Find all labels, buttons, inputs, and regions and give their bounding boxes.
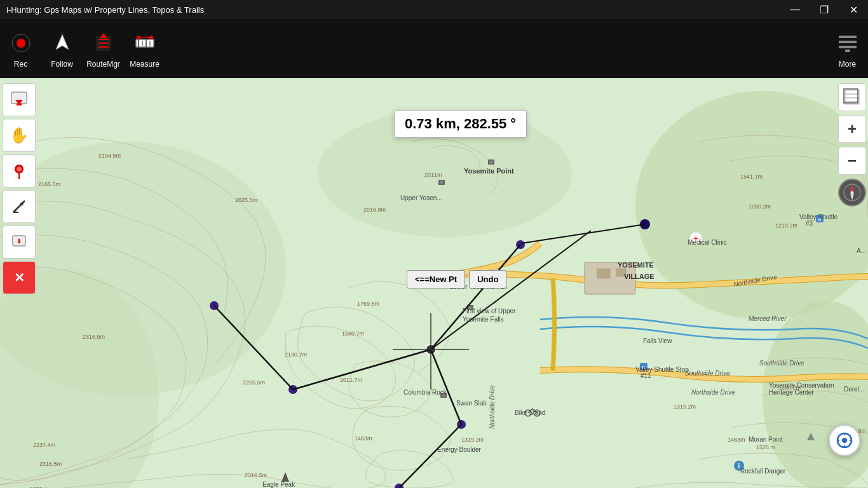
toolbar: Rec Follow RouteMgr (0, 19, 868, 78)
svg-rect-18 (839, 41, 857, 43)
svg-line-59 (431, 349, 461, 424)
measure-popup: 0.73 km, 282.55 ° (394, 110, 527, 138)
svg-text:Moran Point: Moran Point (749, 436, 783, 443)
rec-button[interactable]: Rec (0, 19, 41, 78)
svg-text:Columbia Rock: Columbia Rock (403, 389, 447, 396)
svg-rect-17 (839, 36, 857, 38)
titlebar-controls: — ❐ ✕ (780, 0, 868, 19)
svg-text:Yosemite Point: Yosemite Point (464, 167, 514, 175)
titlebar: i-Hunting: Gps Maps w/ Property Lines, T… (0, 0, 868, 19)
svg-text:2011.7m: 2011.7m (340, 377, 362, 383)
follow-label: Follow (51, 60, 73, 69)
svg-point-34 (440, 181, 444, 184)
svg-text:Yosemite Conservation: Yosemite Conservation (769, 382, 834, 389)
svg-point-152 (842, 438, 847, 443)
svg-text:Merced River: Merced River (749, 315, 787, 322)
svg-text:2237.4m: 2237.4m (33, 442, 55, 448)
follow-button[interactable]: Follow (41, 19, 83, 78)
svg-line-60 (399, 424, 461, 488)
routemgr-icon (90, 29, 118, 57)
svg-text:1319.2m: 1319.2m (674, 403, 696, 410)
svg-line-58 (293, 349, 431, 390)
svg-text:2625.5m: 2625.5m (235, 197, 257, 203)
zoom-out-button[interactable]: − (838, 147, 866, 175)
close-tool-button[interactable]: ✕ (3, 261, 36, 294)
svg-point-134 (17, 166, 22, 172)
routemgr-label: RouteMgr (86, 60, 120, 69)
svg-line-61 (431, 245, 520, 349)
svg-text:Medical Clinic: Medical Clinic (688, 239, 727, 246)
routemgr-button[interactable]: RouteMgr (83, 19, 124, 78)
svg-text:1525 m: 1525 m (756, 444, 775, 451)
left-tools: ✋ ⬇ ✕ (0, 78, 41, 299)
svg-rect-132 (17, 104, 22, 105)
location-button[interactable] (829, 424, 860, 456)
svg-text:Yosemite Falls: Yosemite Falls (463, 316, 504, 323)
svg-text:1560.7m: 1560.7m (342, 330, 364, 337)
svg-text:VILLAGE: VILLAGE (624, 273, 654, 280)
svg-text:2255.5m: 2255.5m (243, 379, 265, 386)
svg-text:#3: #3 (806, 220, 813, 227)
svg-rect-27 (597, 269, 610, 278)
svg-text:2130.7m: 2130.7m (285, 351, 307, 358)
svg-text:2016.8m: 2016.8m (363, 207, 386, 213)
svg-text:1769.8m: 1769.8m (357, 301, 379, 307)
svg-text:YOSEMITE: YOSEMITE (618, 261, 654, 269)
compass-button[interactable] (838, 179, 866, 207)
rec-label: Rec (14, 60, 27, 69)
measure-icon (131, 29, 159, 57)
minimize-button[interactable]: — (780, 0, 810, 19)
measure-controls: <==New Pt Undo (407, 270, 506, 288)
svg-text:A...: A... (857, 247, 866, 254)
svg-text:Northside Drive: Northside Drive (489, 385, 496, 429)
svg-text:Falls View: Falls View (643, 337, 672, 344)
layers-button[interactable] (838, 83, 866, 111)
svg-text:Heritage Center: Heritage Center (769, 389, 814, 396)
pan-button[interactable]: ✋ (3, 119, 36, 152)
svg-line-64 (521, 224, 645, 243)
zoom-in-button[interactable]: + (838, 115, 866, 143)
new-pt-button[interactable]: <==New Pt (407, 270, 465, 288)
svg-marker-49 (281, 472, 289, 482)
svg-point-32 (490, 161, 493, 164)
pin-button[interactable] (3, 154, 36, 187)
svg-text:Southside Drive: Southside Drive (685, 370, 730, 377)
svg-text:Bike Stand: Bike Stand (515, 409, 545, 416)
svg-text:2316.5m: 2316.5m (245, 472, 267, 478)
svg-text:2316.5m: 2316.5m (39, 461, 62, 467)
rec-icon (7, 29, 35, 57)
svg-text:Southside Drive: Southside Drive (759, 360, 804, 367)
svg-text:1541.1m: 1541.1m (740, 173, 763, 180)
undo-button[interactable]: Undo (469, 270, 506, 288)
window-title: i-Hunting: Gps Maps w/ Property Lines, T… (6, 5, 204, 15)
measure-label: Measure (130, 60, 159, 69)
svg-text:1219.2m: 1219.2m (775, 222, 797, 229)
map-container[interactable]: + B B i (0, 78, 868, 488)
svg-text:⬇: ⬇ (17, 238, 22, 245)
svg-text:2194.5m: 2194.5m (98, 152, 121, 159)
maximize-button[interactable]: ❐ (810, 0, 839, 19)
svg-text:2165.5m: 2165.5m (38, 181, 60, 187)
save-route-button[interactable]: ⬇ (3, 226, 36, 259)
svg-rect-19 (839, 46, 857, 48)
svg-point-150 (851, 191, 853, 194)
svg-text:1463m: 1463m (355, 435, 372, 442)
download-button[interactable] (3, 83, 36, 116)
svg-text:1463m: 1463m (728, 437, 745, 443)
svg-text:1319.2m: 1319.2m (461, 437, 484, 443)
more-button[interactable]: More (827, 19, 868, 78)
svg-text:Rockfall Danger: Rockfall Danger (740, 468, 786, 475)
svg-marker-3 (56, 34, 69, 50)
close-button[interactable]: ✕ (839, 0, 868, 19)
svg-text:Energy Boulder: Energy Boulder (437, 446, 482, 453)
measure-distance-bearing: 0.73 km, 282.55 ° (405, 116, 516, 132)
svg-text:Derel...: Derel... (844, 386, 864, 393)
svg-rect-142 (845, 90, 859, 104)
follow-icon (48, 29, 76, 57)
measure-arrow-button[interactable] (3, 190, 36, 223)
measure-button[interactable]: Measure (124, 19, 165, 78)
svg-text:Eagle Peak: Eagle Peak (262, 481, 295, 488)
svg-point-2 (17, 39, 25, 48)
svg-rect-20 (845, 50, 850, 52)
right-tools: + − (836, 78, 868, 212)
